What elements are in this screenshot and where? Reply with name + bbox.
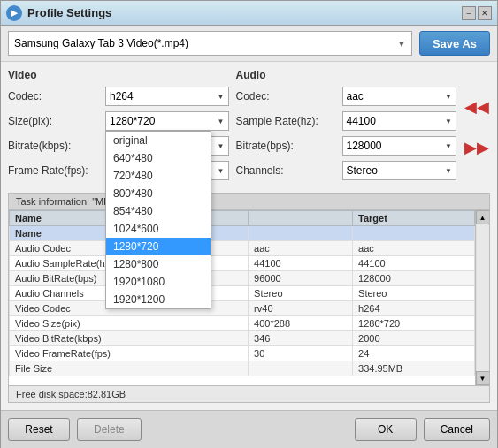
video-bitrate-label: Bitrate(kbps): bbox=[8, 140, 105, 152]
audio-channels-label: Channels: bbox=[236, 164, 342, 177]
cell-source bbox=[249, 361, 353, 376]
cell-source bbox=[249, 226, 353, 241]
audio-channels-select[interactable]: Stereo ▼ bbox=[342, 161, 457, 180]
scroll-up-button[interactable]: ▲ bbox=[476, 210, 490, 224]
video-codec-arrow-icon: ▼ bbox=[218, 93, 225, 101]
audio-samplerate-arrow-icon: ▼ bbox=[445, 118, 452, 125]
cell-target: 1280*720 bbox=[353, 316, 475, 331]
table-scroll[interactable]: Name Target NameAudio CodecaacaacAudio S… bbox=[9, 210, 475, 385]
audio-codec-label: Codec: bbox=[236, 90, 342, 103]
table-row: Video Size(pix)400*2881280*720 bbox=[10, 316, 475, 331]
bottom-left-buttons: Reset Delete bbox=[8, 418, 142, 441]
video-bitrate-arrow-icon: ▼ bbox=[218, 142, 225, 150]
video-size-arrow-icon: ▼ bbox=[218, 118, 225, 125]
size-option-854x480[interactable]: 854*480 bbox=[106, 202, 211, 220]
audio-bitrate-row: Bitrate(bps): 128000 ▼ bbox=[236, 136, 457, 156]
audio-samplerate-label: Sample Rate(hz): bbox=[236, 115, 342, 127]
task-info-table-container: Name Target NameAudio CodecaacaacAudio S… bbox=[8, 209, 490, 386]
audio-codec-row: Codec: aac ▼ bbox=[236, 87, 457, 106]
save-as-button[interactable]: Save As bbox=[419, 31, 490, 56]
audio-samplerate-row: Sample Rate(hz): 44100 ▼ bbox=[236, 111, 457, 131]
size-option-720x480[interactable]: 720*480 bbox=[106, 167, 211, 185]
size-option-1920x1080[interactable]: 1920*1080 bbox=[106, 273, 211, 291]
app-icon: ▶ bbox=[6, 5, 22, 21]
task-info-header: Task information: "Mk...oker 70.9MB.mkv" bbox=[8, 193, 490, 209]
cell-target: 128000 bbox=[353, 271, 475, 286]
cell-source: 44100 bbox=[249, 256, 353, 271]
task-info-section: Task information: "Mk...oker 70.9MB.mkv"… bbox=[8, 193, 490, 403]
close-button[interactable]: ✕ bbox=[478, 6, 492, 20]
table-wrapper: Name Target NameAudio CodecaacaacAudio S… bbox=[9, 210, 489, 385]
video-size-value: 1280*720 bbox=[110, 115, 155, 127]
table-row: File Size334.95MB bbox=[10, 361, 475, 376]
size-option-1280x800[interactable]: 1280*800 bbox=[106, 255, 211, 273]
audio-bitrate-arrow-icon: ▼ bbox=[445, 142, 452, 150]
minimize-button[interactable]: – bbox=[462, 6, 476, 20]
video-panel: Video Codec: h264 ▼ Size(pix): 1280*720 … bbox=[8, 69, 229, 186]
content-area: Video Codec: h264 ▼ Size(pix): 1280*720 … bbox=[1, 62, 497, 410]
ok-button[interactable]: OK bbox=[355, 418, 417, 441]
audio-bitrate-value: 128000 bbox=[347, 140, 382, 152]
disk-space: Free disk space:82.81GB bbox=[8, 386, 490, 403]
next-arrow-icon: ▶▶ bbox=[464, 138, 489, 157]
window-title: Profile Settings bbox=[27, 6, 462, 19]
size-option-original[interactable]: original bbox=[106, 132, 211, 149]
table-row: Video BitRate(kbps)3462000 bbox=[10, 331, 475, 346]
cell-source: rv40 bbox=[249, 301, 353, 316]
video-size-row: Size(pix): 1280*720 ▼ original 640*480 7… bbox=[8, 111, 229, 131]
cell-source: Stereo bbox=[249, 286, 353, 301]
bottom-right-buttons: OK Cancel bbox=[355, 418, 490, 441]
cell-target: 334.95MB bbox=[353, 361, 475, 376]
size-option-1024x600[interactable]: 1024*600 bbox=[106, 220, 211, 238]
cancel-button[interactable]: Cancel bbox=[424, 418, 490, 441]
cell-target bbox=[353, 226, 475, 241]
video-size-select[interactable]: 1280*720 ▼ bbox=[105, 111, 229, 131]
prev-arrow-icon: ◀◀ bbox=[464, 97, 489, 117]
cell-source: 30 bbox=[249, 346, 353, 361]
delete-button[interactable]: Delete bbox=[77, 418, 142, 441]
audio-bitrate-label: Bitrate(bps): bbox=[236, 140, 342, 152]
audio-codec-select[interactable]: aac ▼ bbox=[342, 87, 457, 106]
col-target-header: Target bbox=[353, 211, 475, 226]
bottom-bar: Reset Delete OK Cancel bbox=[1, 410, 497, 448]
video-size-select-wrapper: 1280*720 ▼ original 640*480 720*480 800*… bbox=[105, 111, 229, 131]
cell-target: 24 bbox=[353, 346, 475, 361]
cell-target: 2000 bbox=[353, 331, 475, 346]
cell-source: 96000 bbox=[249, 271, 353, 286]
cell-source: 346 bbox=[249, 331, 353, 346]
audio-section-title: Audio bbox=[236, 69, 457, 81]
task-info-table: Name Target NameAudio CodecaacaacAudio S… bbox=[9, 210, 475, 376]
size-option-1280x720[interactable]: 1280*720 bbox=[106, 238, 211, 255]
scroll-thumb[interactable] bbox=[477, 224, 489, 371]
size-option-1920x1200[interactable]: 1920*1200 bbox=[106, 291, 211, 308]
audio-bitrate-select[interactable]: 128000 ▼ bbox=[342, 136, 457, 156]
audio-channels-arrow-icon: ▼ bbox=[445, 167, 452, 175]
size-option-800x480[interactable]: 800*480 bbox=[106, 185, 211, 202]
cell-target: aac bbox=[353, 241, 475, 256]
size-option-640x480[interactable]: 640*480 bbox=[106, 149, 211, 167]
device-select[interactable]: Samsung Galaxy Tab 3 Video(*.mp4) ▼ bbox=[8, 31, 412, 56]
cell-source: aac bbox=[249, 241, 353, 256]
audio-channels-row: Channels: Stereo ▼ bbox=[236, 161, 457, 180]
cell-name: Video Size(pix) bbox=[10, 316, 249, 331]
audio-samplerate-value: 44100 bbox=[347, 115, 376, 127]
scroll-down-button[interactable]: ▼ bbox=[476, 371, 490, 385]
size-dropdown: original 640*480 720*480 800*480 854*480… bbox=[105, 131, 211, 309]
table-row: Video Codecrv40h264 bbox=[10, 301, 475, 316]
main-window: ▶ Profile Settings – ✕ Samsung Galaxy Ta… bbox=[0, 0, 498, 448]
video-codec-select[interactable]: h264 ▼ bbox=[105, 87, 229, 106]
table-row: Audio BitRate(bps)96000128000 bbox=[10, 271, 475, 286]
video-codec-row: Codec: h264 ▼ bbox=[8, 87, 229, 106]
next-arrow-button[interactable]: ▶▶ bbox=[465, 136, 488, 159]
video-section-title: Video bbox=[8, 69, 229, 81]
table-row: Audio Codecaacaac bbox=[10, 241, 475, 256]
scrollbar[interactable]: ▲ ▼ bbox=[475, 210, 489, 385]
cell-source: 400*288 bbox=[249, 316, 353, 331]
settings-panels: Video Codec: h264 ▼ Size(pix): 1280*720 … bbox=[8, 69, 490, 186]
audio-samplerate-select[interactable]: 44100 ▼ bbox=[342, 111, 457, 131]
video-framerate-arrow-icon: ▼ bbox=[218, 167, 225, 175]
prev-arrow-button[interactable]: ◀◀ bbox=[465, 95, 488, 118]
reset-button[interactable]: Reset bbox=[8, 418, 70, 441]
table-row: Name bbox=[10, 226, 475, 241]
table-row: Audio ChannelsStereoStereo bbox=[10, 286, 475, 301]
